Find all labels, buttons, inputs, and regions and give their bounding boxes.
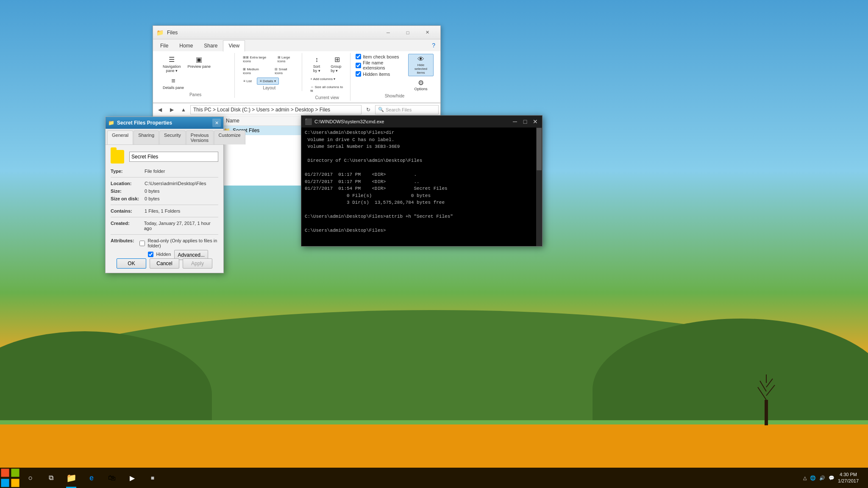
- taskbar-cmd[interactable]: ■: [142, 468, 163, 488]
- tab-share[interactable]: Share: [198, 40, 223, 51]
- dialog-close-button[interactable]: ✕: [212, 119, 221, 127]
- large-icons-button[interactable]: ⊞ Large icons: [275, 54, 298, 65]
- hide-selected-button[interactable]: 👁 Hide selecteditems: [408, 54, 434, 76]
- taskbar-media[interactable]: ▶: [122, 468, 142, 488]
- dialog-tabs: General Sharing Security Previous Versio…: [106, 129, 223, 145]
- task-view-button[interactable]: ⧉: [41, 468, 61, 488]
- tab-view[interactable]: View: [223, 40, 245, 52]
- taskbar-clock[interactable]: 4:30 PM 1/27/2017: [838, 471, 859, 485]
- group-by-button[interactable]: ⊞ Group by ▾: [328, 54, 347, 75]
- refresh-area: ↻: [363, 105, 373, 115]
- up-button[interactable]: ▲: [178, 105, 189, 115]
- hidden-items-check[interactable]: Hidden items: [356, 71, 405, 77]
- file-name-extensions-check[interactable]: File name extensions: [356, 60, 405, 70]
- add-columns-button[interactable]: + Add columns ▾: [307, 75, 338, 83]
- cmd-body[interactable]: C:\Users\admin\Desktop\Files>dir Volume …: [301, 128, 542, 246]
- location-label: Location:: [111, 181, 145, 186]
- desktop: 📁 Files ─ □ ✕ File Home Share View ?: [0, 0, 868, 488]
- current-view-section: ↕ Sortby ▾ ⊞ Group by ▾ + Add columns ▾: [307, 54, 347, 94]
- preview-pane-button[interactable]: ▣ Preview pane: [185, 54, 214, 75]
- extra-large-icons-button[interactable]: ⊞⊞ Extra large icons: [240, 54, 273, 65]
- taskbar-pinned-icons: 📁 e 🛍 ▶ ■: [61, 468, 163, 488]
- divider1: [111, 177, 218, 177]
- edge-icon: e: [89, 474, 94, 482]
- tab-home[interactable]: Home: [174, 40, 198, 51]
- cmd-minimize-button[interactable]: ─: [512, 118, 518, 125]
- folder-name-input[interactable]: [129, 152, 218, 162]
- svg-rect-0: [765, 400, 768, 425]
- notifications-icon[interactable]: 💬: [829, 475, 835, 481]
- panes-label: Panes: [189, 92, 201, 97]
- clock-time: 4:30 PM: [838, 471, 859, 478]
- address-bar: ◀ ▶ ▲ This PC > Local Disk (C:) > Users …: [153, 103, 440, 116]
- taskbar-edge[interactable]: e: [81, 468, 102, 488]
- readonly-attribute[interactable]: Read-only (Only applies to files in fold…: [139, 238, 218, 248]
- search-taskbar-button[interactable]: ○: [20, 468, 41, 488]
- current-view-group: ↕ Sortby ▾ ⊞ Group by ▾ + Add columns ▾: [304, 53, 351, 101]
- taskbar: ○ ⧉ 📁 e 🛍 ▶ ■ △ 🌐 🔊 💬: [0, 468, 868, 488]
- hide-icon: 👁: [417, 55, 424, 63]
- medium-icons-button[interactable]: ⊞ Medium icons: [240, 66, 270, 77]
- address-path[interactable]: This PC > Local Disk (C:) > Users > admi…: [190, 105, 362, 114]
- cmd-scroll-thumb[interactable]: [537, 128, 542, 170]
- size-columns-button[interactable]: ↔ Size all columns to fit: [307, 83, 347, 94]
- help-icon[interactable]: ?: [432, 42, 435, 49]
- svg-line-3: [760, 381, 766, 391]
- taskbar-file-explorer[interactable]: 📁: [61, 468, 81, 488]
- options-button[interactable]: ⚙ Options: [408, 77, 434, 93]
- hidden-attribute[interactable]: Hidden: [148, 252, 171, 257]
- refresh-button[interactable]: ↻: [363, 105, 373, 115]
- tab-file[interactable]: File: [155, 40, 174, 51]
- tab-general[interactable]: General: [107, 130, 133, 144]
- window-controls: ─ □ ✕: [378, 26, 437, 39]
- start-button[interactable]: [0, 468, 20, 488]
- cmd-maximize-button[interactable]: □: [522, 118, 529, 125]
- cmd-title: C:\WINDOWS\system32\cmd.exe: [314, 119, 512, 124]
- properties-dialog: 📁 Secret Files Properties ✕ General Shar…: [105, 116, 224, 273]
- file-name-extensions-input[interactable]: [356, 63, 361, 68]
- maximize-button[interactable]: □: [398, 26, 417, 39]
- tab-previous-versions[interactable]: Previous Versions: [186, 130, 214, 144]
- back-button[interactable]: ◀: [155, 105, 165, 115]
- list-button[interactable]: ≡ List: [240, 78, 255, 85]
- ok-button[interactable]: OK: [117, 258, 146, 269]
- details-view-button[interactable]: ≡ Details ▾: [257, 78, 279, 85]
- cancel-button[interactable]: Cancel: [150, 258, 179, 269]
- hidden-items-input[interactable]: [356, 71, 361, 77]
- apply-button[interactable]: Apply: [183, 258, 212, 269]
- navigation-pane-button[interactable]: ☰ Navigationpane ▾: [160, 54, 184, 75]
- small-icons-button[interactable]: ⊟ Small icons: [272, 66, 298, 77]
- windows-icon: [0, 468, 20, 488]
- taskbar-store[interactable]: 🛍: [102, 468, 122, 488]
- tab-security[interactable]: Security: [159, 130, 186, 144]
- size-on-disk-property: Size on disk: 0 bytes: [111, 196, 218, 201]
- cmd-close-button[interactable]: ✕: [532, 118, 539, 125]
- sort-row: ↕ Sortby ▾ ⊞ Group by ▾: [307, 54, 347, 75]
- tab-sharing[interactable]: Sharing: [134, 130, 159, 144]
- cmd-scrollbar[interactable]: [536, 128, 542, 246]
- item-check-boxes-input[interactable]: [356, 54, 361, 59]
- hidden-checkbox[interactable]: [148, 252, 153, 257]
- size-row: ↔ Size all columns to fit: [307, 83, 347, 94]
- close-button[interactable]: ✕: [417, 26, 437, 39]
- search-box[interactable]: 🔍 Search Files: [375, 105, 439, 114]
- details-pane-button[interactable]: ≡ Details pane: [160, 75, 187, 92]
- ribbon-tabs: File Home Share View ?: [153, 39, 440, 51]
- created-value: Today, January 27, 2017, 1 hour ago: [144, 221, 218, 231]
- sort-by-button[interactable]: ↕ Sortby ▾: [307, 54, 326, 75]
- ribbon: File Home Share View ? ☰ Navigationpane …: [153, 39, 440, 103]
- tab-customize[interactable]: Customize: [214, 130, 245, 144]
- media-icon: ▶: [130, 474, 135, 482]
- type-property: Type: File folder: [111, 169, 218, 174]
- readonly-checkbox[interactable]: [139, 241, 145, 246]
- search-icon: 🔍: [378, 107, 384, 112]
- tray-up-arrow[interactable]: △: [803, 475, 807, 481]
- volume-icon[interactable]: 🔊: [819, 475, 825, 481]
- created-label: Created:: [111, 221, 144, 231]
- svg-rect-9: [11, 479, 19, 487]
- item-check-boxes-check[interactable]: Item check boxes: [356, 54, 405, 59]
- minimize-button[interactable]: ─: [378, 26, 398, 39]
- show-hide-buttons: 👁 Hide selecteditems ⚙ Options: [408, 54, 434, 93]
- dialog-title: Secret Files Properties: [117, 120, 212, 126]
- forward-button[interactable]: ▶: [167, 105, 177, 115]
